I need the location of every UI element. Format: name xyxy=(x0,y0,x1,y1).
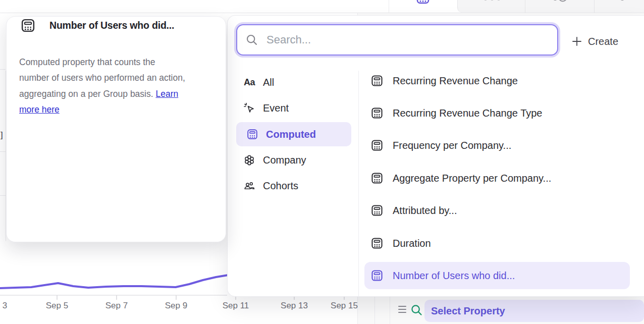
property-item-label: Recurring Revenue Change xyxy=(393,75,518,87)
tab-divider xyxy=(594,0,595,13)
category-label: All xyxy=(263,77,274,88)
description-line: Computed property that counts the xyxy=(19,57,155,67)
property-item-label: Aggregate Property per Company... xyxy=(393,173,551,184)
drag-handle-icon[interactable] xyxy=(398,306,406,313)
calculator-icon xyxy=(370,139,384,152)
property-item-label: Frequency per Company... xyxy=(393,140,511,151)
query-column-divider xyxy=(374,297,375,324)
create-button[interactable]: Create xyxy=(571,32,618,50)
clipped-text-fragment: ] xyxy=(1,130,3,140)
tooltip-title: Number of Users who did... xyxy=(49,20,174,31)
tab-retention[interactable] xyxy=(552,0,569,3)
property-item[interactable]: Aggregate Property per Company... xyxy=(364,165,630,192)
calculator-icon xyxy=(370,74,384,87)
company-cluster-icon xyxy=(243,154,255,166)
category-label: Computed xyxy=(266,129,316,140)
property-item[interactable]: Recurring Revenue Change xyxy=(364,67,630,94)
x-axis-label: Sep 7 xyxy=(105,301,128,311)
calculator-icon xyxy=(20,18,36,33)
property-search-icon xyxy=(410,303,423,317)
learn-more-link[interactable]: more here xyxy=(19,104,60,115)
x-axis-label: Sep 9 xyxy=(165,301,187,311)
calculator-icon xyxy=(370,237,384,250)
property-item-label: Duration xyxy=(393,238,431,249)
property-tooltip-card xyxy=(6,16,226,242)
calculator-icon xyxy=(370,172,384,185)
query-column-divider xyxy=(390,297,390,324)
picker-search-box[interactable] xyxy=(236,24,558,56)
category-label: Company xyxy=(263,154,306,166)
picker-divider xyxy=(358,71,359,297)
property-item-label: Attributed by... xyxy=(393,205,457,217)
tab-divider xyxy=(389,0,389,13)
calculator-icon xyxy=(415,0,431,5)
select-property-field[interactable]: Select Property xyxy=(424,300,644,322)
property-item[interactable]: Frequency per Company... xyxy=(364,132,630,159)
x-axis-label: Sep 15 xyxy=(331,301,358,311)
aa-icon: Aa xyxy=(243,76,255,88)
metric-icon xyxy=(619,0,626,3)
property-item-label: Recurring Revenue Change Type xyxy=(393,107,542,119)
category-label: Cohorts xyxy=(263,180,298,192)
select-property-label: Select Property xyxy=(431,305,505,316)
property-item[interactable]: Attributed by... xyxy=(364,197,630,224)
hidden-panel-row-divider xyxy=(0,69,6,70)
property-item[interactable]: Duration xyxy=(364,230,630,257)
learn-more-link[interactable]: Learn xyxy=(155,89,178,99)
hidden-panel-row-divider xyxy=(0,151,6,152)
retention-icon xyxy=(552,0,569,3)
category-label: Event xyxy=(263,102,289,114)
tab-line-chart-active[interactable] xyxy=(415,0,431,5)
calculator-icon xyxy=(370,106,384,120)
description-line: number of users who performed an action, xyxy=(19,73,185,83)
create-button-label: Create xyxy=(588,36,618,47)
tab-metric[interactable] xyxy=(619,0,626,3)
tab-divider xyxy=(525,0,525,13)
calculator-icon xyxy=(370,269,384,282)
category-event[interactable]: Event xyxy=(233,96,352,120)
category-all[interactable]: Aa All xyxy=(233,70,352,94)
search-input[interactable] xyxy=(265,33,557,47)
x-axis-label: Sep 11 xyxy=(223,301,249,311)
description-line: aggregating on a per Group basis. xyxy=(19,89,153,99)
property-item-selected[interactable]: Number of Users who did... xyxy=(364,262,630,289)
cursor-sparkle-icon xyxy=(243,102,255,114)
category-computed[interactable]: Computed xyxy=(236,122,351,146)
category-cohorts[interactable]: Cohorts xyxy=(233,174,352,198)
tooltip-description: Computed property that counts the number… xyxy=(19,55,211,118)
search-icon xyxy=(245,33,258,46)
tab-bubbles[interactable] xyxy=(482,0,502,3)
x-axis-label: Sep 13 xyxy=(281,301,308,311)
x-axis-label: Sep 5 xyxy=(46,301,68,311)
property-item-label: Number of Users who did... xyxy=(393,270,515,282)
calculator-icon xyxy=(370,204,384,217)
plus-icon xyxy=(571,36,582,47)
bubbles-icon xyxy=(482,0,502,3)
people-icon xyxy=(243,180,255,192)
hidden-panel-row-divider xyxy=(0,195,6,196)
category-company[interactable]: Company xyxy=(233,148,352,172)
property-item[interactable]: Recurring Revenue Change Type xyxy=(364,99,630,127)
x-axis-label: Sep 3 xyxy=(0,301,7,311)
calculator-icon xyxy=(246,128,258,140)
